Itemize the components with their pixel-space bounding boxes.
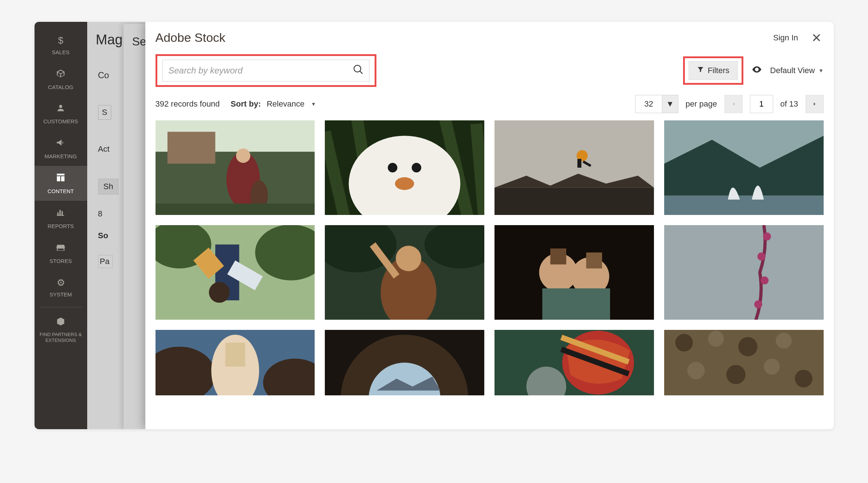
page-input[interactable] — [750, 95, 773, 113]
image-thumb[interactable] — [494, 225, 654, 320]
box-icon — [56, 68, 66, 81]
svg-rect-15 — [577, 159, 581, 168]
bars-icon — [56, 207, 66, 220]
admin-sidebar: $ SALES CATALOG CUSTOMERS MARKETING CO — [35, 22, 87, 429]
svg-point-39 — [763, 232, 771, 240]
svg-point-57 — [738, 337, 758, 356]
image-thumb[interactable] — [664, 330, 824, 395]
svg-rect-34 — [542, 288, 610, 320]
sidebar-item-content[interactable]: CONTENT — [35, 166, 87, 201]
storefront-icon — [56, 242, 66, 255]
svg-point-30 — [396, 246, 421, 271]
sidebar-item-stores[interactable]: STORES — [35, 236, 87, 271]
svg-point-60 — [726, 365, 746, 384]
image-thumb[interactable] — [325, 120, 484, 215]
svg-point-40 — [757, 252, 765, 260]
image-thumb[interactable] — [325, 330, 484, 395]
per-page-value: 32 — [635, 99, 662, 109]
sortby-label: Sort by: — [231, 99, 261, 109]
layout-icon — [56, 172, 66, 185]
svg-rect-47 — [225, 343, 245, 367]
image-thumb[interactable] — [156, 330, 315, 395]
default-view-label: Default View — [770, 66, 815, 75]
sidebar-item-label: STORES — [49, 258, 72, 264]
svg-rect-35 — [550, 248, 566, 264]
svg-point-11 — [395, 177, 414, 190]
search-box — [162, 60, 370, 81]
svg-point-42 — [754, 300, 762, 308]
image-thumb[interactable] — [325, 225, 484, 320]
sidebar-item-label: CONTENT — [48, 188, 74, 194]
image-thumb[interactable] — [494, 330, 654, 395]
next-page-button[interactable] — [806, 95, 824, 113]
sidebar-item-customers[interactable]: CUSTOMERS — [35, 97, 87, 131]
svg-rect-2 — [167, 132, 215, 164]
svg-point-10 — [412, 163, 421, 172]
sidebar-item-label: CUSTOMERS — [43, 118, 78, 124]
records-found-text: 392 records found — [156, 99, 220, 109]
page-of-text: of 13 — [780, 99, 798, 109]
modal-title: Adobe Stock — [156, 31, 226, 45]
bg-partial: Sh — [98, 179, 119, 195]
bg-partial: Pa — [98, 255, 113, 268]
sidebar-item-partners[interactable]: FIND PARTNERS & EXTENSIONS — [35, 310, 87, 350]
gear-icon: ⚙ — [57, 277, 65, 288]
svg-point-62 — [795, 370, 812, 387]
sidebar-item-reports[interactable]: REPORTS — [35, 201, 87, 236]
image-grid — [145, 120, 834, 406]
sidebar-item-system[interactable]: ⚙ SYSTEM — [35, 271, 87, 304]
svg-rect-13 — [494, 188, 654, 215]
package-icon — [56, 317, 65, 329]
filters-highlight: Filters — [683, 56, 743, 85]
svg-point-59 — [687, 362, 705, 379]
svg-point-41 — [760, 276, 768, 284]
image-thumb[interactable] — [156, 225, 315, 320]
app-frame: $ SALES CATALOG CUSTOMERS MARKETING CO — [35, 22, 834, 429]
sidebar-item-sales[interactable]: $ SALES — [35, 28, 87, 62]
sidebar-item-label: SYSTEM — [49, 291, 72, 298]
svg-point-56 — [708, 331, 724, 347]
sidebar-item-label: SALES — [52, 49, 69, 55]
svg-point-24 — [209, 282, 229, 303]
search-icon[interactable] — [353, 64, 363, 77]
eye-icon[interactable] — [751, 64, 762, 77]
chevron-down-icon: ▼ — [819, 68, 824, 73]
adobe-stock-modal: Adobe Stock Sign In ✕ — [145, 22, 834, 429]
close-icon[interactable]: ✕ — [811, 32, 821, 44]
sortby-select[interactable]: Relevance ▼ — [267, 99, 316, 109]
image-thumb[interactable] — [664, 225, 824, 320]
controls-row: Filters Default View ▼ — [145, 47, 834, 90]
modal-header: Adobe Stock Sign In ✕ — [145, 22, 834, 47]
chevron-down-icon: ▼ — [662, 95, 678, 113]
sortby-value: Relevance — [267, 99, 304, 109]
filters-label: Filters — [708, 66, 730, 75]
chevron-down-icon: ▼ — [311, 101, 316, 107]
sidebar-item-label: REPORTS — [48, 223, 74, 229]
sidebar-item-marketing[interactable]: MARKETING — [35, 131, 87, 166]
svg-point-55 — [675, 334, 693, 351]
search-input[interactable] — [169, 65, 353, 76]
svg-point-58 — [776, 333, 792, 349]
svg-rect-36 — [586, 252, 602, 268]
svg-rect-38 — [664, 225, 824, 320]
per-page-select[interactable]: 32 ▼ — [635, 95, 678, 113]
default-view-dropdown[interactable]: Default View ▼ — [770, 66, 824, 75]
person-icon — [56, 103, 65, 115]
meta-row: 392 records found Sort by: Relevance ▼ 3… — [145, 90, 834, 120]
search-highlight — [156, 54, 376, 87]
bg-partial: S — [98, 105, 112, 120]
image-thumb[interactable] — [664, 120, 824, 215]
svg-point-61 — [764, 359, 780, 375]
svg-rect-6 — [156, 204, 315, 215]
sidebar-item-catalog[interactable]: CATALOG — [35, 62, 87, 97]
sidebar-item-label: MARKETING — [44, 153, 77, 159]
signin-link[interactable]: Sign In — [773, 33, 798, 43]
svg-rect-18 — [664, 196, 824, 215]
image-thumb[interactable] — [494, 120, 654, 215]
sidebar-divider — [40, 307, 82, 307]
filters-button[interactable]: Filters — [689, 61, 738, 80]
megaphone-icon — [56, 137, 66, 150]
image-thumb[interactable] — [156, 120, 315, 215]
prev-page-button[interactable] — [724, 95, 743, 113]
svg-point-5 — [236, 148, 250, 163]
